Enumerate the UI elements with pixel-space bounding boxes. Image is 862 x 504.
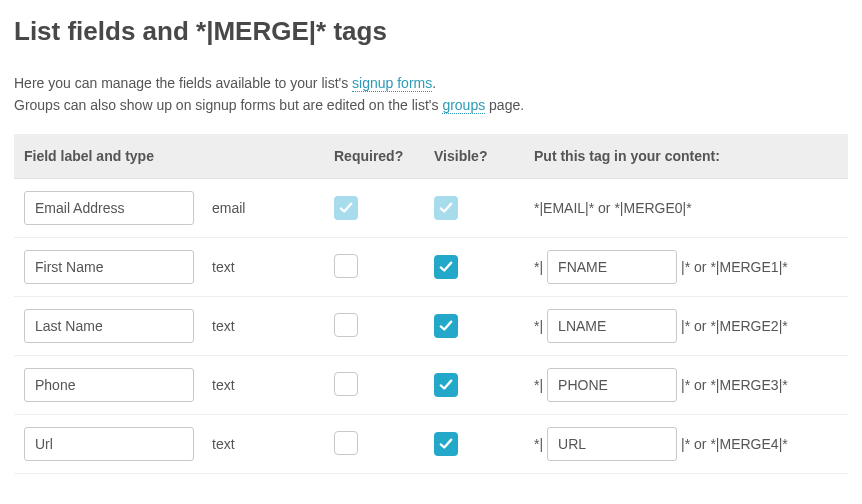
merge-tag-input[interactable]	[547, 427, 677, 461]
required-checkbox[interactable]	[334, 431, 358, 455]
visible-checkbox[interactable]	[434, 314, 458, 338]
page-title: List fields and *|MERGE|* tags	[14, 16, 848, 47]
merge-suffix: *|MERGE4|*	[710, 436, 787, 452]
merge-suffix: *|MERGE3|*	[710, 377, 787, 393]
field-label-input[interactable]	[24, 250, 194, 284]
field-label-input[interactable]	[24, 309, 194, 343]
intro-text: Here you can manage the fields available…	[14, 73, 848, 116]
intro-line2b: page.	[485, 97, 524, 113]
groups-link[interactable]: groups	[442, 97, 485, 114]
tag-or: or	[690, 259, 710, 275]
table-row: text*||* or *|MERGE2|*	[14, 297, 848, 356]
intro-line2a: Groups can also show up on signup forms …	[14, 97, 442, 113]
header-visible: Visible?	[434, 148, 487, 164]
fields-table: Field label and type Required? Visible? …	[14, 134, 848, 474]
table-row: email*|EMAIL|* or *|MERGE0|*	[14, 179, 848, 238]
merge-tag-input[interactable]	[547, 250, 677, 284]
required-checkbox[interactable]	[334, 372, 358, 396]
merge-tag-static: *|EMAIL|* or *|MERGE0|*	[534, 200, 692, 216]
field-type-label: email	[212, 200, 245, 216]
visible-checkbox[interactable]	[434, 373, 458, 397]
table-row: text*||* or *|MERGE4|*	[14, 415, 848, 474]
header-tag: Put this tag in your content:	[534, 148, 720, 164]
tag-or: or	[690, 436, 710, 452]
tag-delim-open: *|	[534, 259, 543, 275]
visible-checkbox[interactable]	[434, 432, 458, 456]
merge-suffix: *|MERGE1|*	[710, 259, 787, 275]
tag-delim-open: *|	[534, 377, 543, 393]
field-label-input[interactable]	[24, 427, 194, 461]
merge-tag-input[interactable]	[547, 309, 677, 343]
tag-delim-close: |*	[681, 259, 690, 275]
required-checkbox[interactable]	[334, 254, 358, 278]
header-row: Field label and type Required? Visible? …	[14, 134, 848, 179]
table-row: text*||* or *|MERGE3|*	[14, 356, 848, 415]
field-label-input[interactable]	[24, 368, 194, 402]
field-type-label: text	[212, 377, 235, 393]
field-type-label: text	[212, 318, 235, 334]
tag-or: or	[690, 377, 710, 393]
tag-delim-close: |*	[681, 377, 690, 393]
table-row: text*||* or *|MERGE1|*	[14, 238, 848, 297]
merge-suffix: *|MERGE2|*	[710, 318, 787, 334]
tag-or: or	[690, 318, 710, 334]
header-label: Field label and type	[24, 148, 154, 164]
tag-delim-close: |*	[681, 436, 690, 452]
intro-line1a: Here you can manage the fields available…	[14, 75, 352, 91]
field-type-label: text	[212, 436, 235, 452]
tag-delim-open: *|	[534, 436, 543, 452]
visible-checkbox[interactable]	[434, 255, 458, 279]
signup-forms-link[interactable]: signup forms	[352, 75, 432, 92]
tag-delim-close: |*	[681, 318, 690, 334]
field-label-input[interactable]	[24, 191, 194, 225]
header-required: Required?	[334, 148, 403, 164]
visible-checkbox	[434, 196, 458, 220]
required-checkbox	[334, 196, 358, 220]
tag-delim-open: *|	[534, 318, 543, 334]
field-type-label: text	[212, 259, 235, 275]
required-checkbox[interactable]	[334, 313, 358, 337]
merge-tag-input[interactable]	[547, 368, 677, 402]
intro-line1b: .	[432, 75, 436, 91]
